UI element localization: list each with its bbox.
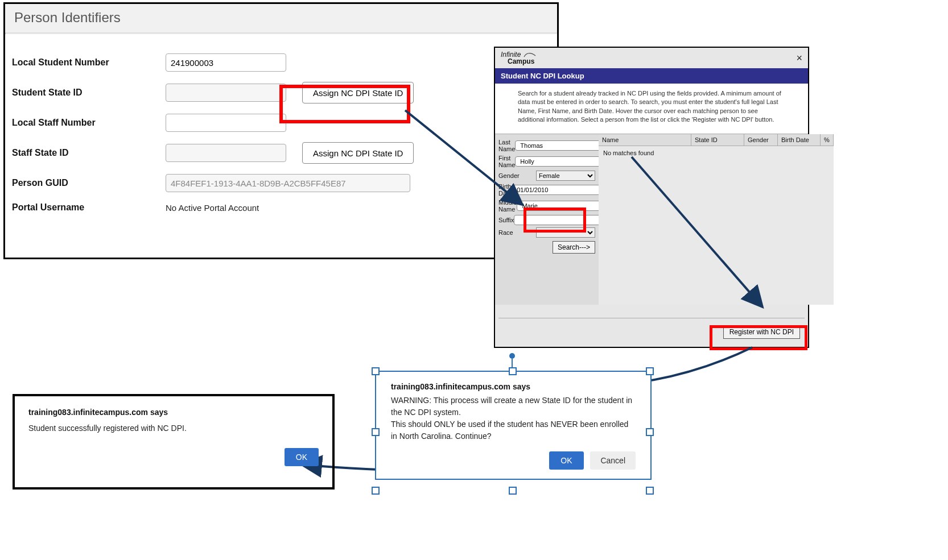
local-student-number-label: Local Student Number [12,57,166,68]
search-button[interactable]: Search---> [553,241,595,254]
race-label: Race [498,229,536,236]
birth-date-input[interactable] [512,185,600,195]
panel-title: Person Identifiers [5,4,557,33]
lookup-dialog: Infinite Campus × Student NC DPI Lookup … [494,47,809,348]
col-pct: % [821,134,834,146]
selection-handle [646,428,654,436]
results-empty: No matches found [599,146,834,160]
alert-warning-dialog: training083.infinitecampus.com says WARN… [375,371,652,480]
results-panel: Name State ID Gender Birth Date % No mat… [599,134,834,305]
local-staff-number-input[interactable] [166,114,286,132]
assign-staff-state-id-button[interactable]: Assign NC DPI State ID [302,142,414,164]
alert-success-title: training083.infinitecampus.com says [28,408,319,417]
selection-handle [372,487,380,495]
person-guid-label: Person GUID [12,178,166,188]
first-name-input[interactable] [515,156,604,167]
selection-handle [509,367,517,375]
selection-handle [372,367,380,375]
middle-name-label: Middle Name [498,199,517,213]
last-name-label: Last Name [498,139,515,152]
staff-state-id-input [166,144,286,162]
col-name: Name [599,134,691,146]
selection-handle [372,428,380,436]
selection-rotation-handle [509,353,515,359]
selection-handle [509,487,517,495]
race-select[interactable] [536,227,595,238]
lookup-instructions: Search for a student already tracked in … [495,84,808,134]
staff-state-id-label: Staff State ID [12,148,166,158]
gender-label: Gender [498,172,536,179]
alert-warning-cancel-button[interactable]: Cancel [590,451,636,470]
alert-success-ok-button[interactable]: OK [285,448,319,466]
alert-success-body: Student successfully registered with NC … [28,422,319,434]
local-student-number-input[interactable] [166,53,286,72]
close-icon[interactable]: × [796,52,802,64]
student-state-id-input [166,84,286,102]
search-form: Last Name First Name GenderFemale Birth … [495,134,599,305]
first-name-label: First Name [498,155,515,168]
selection-handle [646,367,654,375]
alert-success-dialog: training083.infinitecampus.com says Stud… [13,394,335,490]
middle-name-input[interactable] [517,201,605,211]
portal-username-value: No Active Portal Account [166,203,259,213]
col-birth-date: Birth Date [778,134,821,146]
gender-select[interactable]: Female [536,171,595,181]
register-button[interactable]: Register with NC DPI [723,325,800,339]
alert-warning-body: WARNING: This process will create a new … [391,395,636,442]
selection-handle [646,487,654,495]
results-header: Name State ID Gender Birth Date % [599,134,834,146]
local-staff-number-label: Local Staff Number [12,118,166,128]
last-name-input[interactable] [515,140,604,151]
birth-date-label: Birth Date [498,183,512,197]
col-gender: Gender [744,134,778,146]
portal-username-label: Portal Username [12,202,166,213]
alert-warning-ok-button[interactable]: OK [549,451,583,470]
person-guid-input [166,174,410,192]
lookup-title: Student NC DPI Lookup [495,68,808,84]
person-identifiers-panel: Person Identifiers Local Student Number … [3,2,559,259]
student-state-id-label: Student State ID [12,88,166,98]
col-state-id: State ID [691,134,744,146]
alert-warning-title: training083.infinitecampus.com says [391,382,636,391]
infinite-campus-logo: Infinite Campus [501,51,537,65]
assign-student-state-id-button[interactable]: Assign NC DPI State ID [302,82,414,103]
suffix-label: Suffix [498,217,514,223]
suffix-input[interactable] [514,215,603,225]
